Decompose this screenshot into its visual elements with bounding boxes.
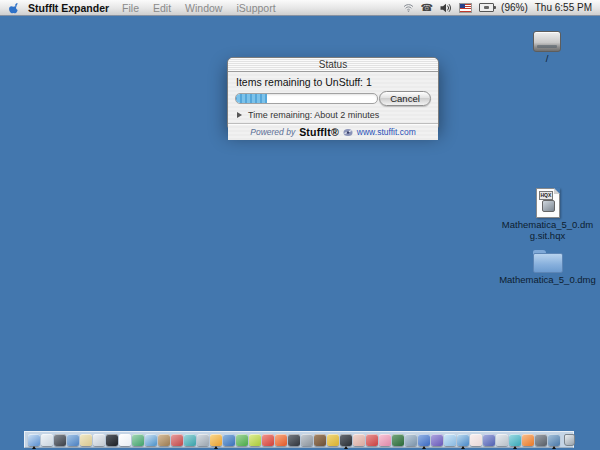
- folder-label[interactable]: Mathematica_5_0.dmg: [499, 275, 596, 286]
- dock-app-icon-26[interactable]: [353, 434, 365, 446]
- dock-app-icon-16[interactable]: [223, 434, 235, 446]
- dock-slot-28: [378, 432, 391, 447]
- dock-app-icon-32[interactable]: [431, 434, 443, 446]
- dock-app-icon-29[interactable]: [392, 434, 404, 446]
- dock-app-icon-6[interactable]: [93, 434, 105, 446]
- stuffit-brand: StuffIt®: [299, 126, 339, 138]
- hqx-archive-label[interactable]: Mathematica_5_0.dmg.sit.hqx: [500, 220, 595, 242]
- dock-slot-10: [144, 432, 157, 447]
- dock-app-icon-7[interactable]: [106, 434, 118, 446]
- dock-slot-5: [79, 432, 92, 447]
- menu-clock[interactable]: Thu 6:55 PM: [535, 2, 592, 13]
- menu-isupport[interactable]: iSupport: [236, 2, 275, 14]
- dock-app-icon-20[interactable]: [275, 434, 287, 446]
- dock-app-icon-17[interactable]: [236, 434, 248, 446]
- dock-app-icon-9[interactable]: [132, 434, 144, 446]
- dock-slot-36: [482, 432, 495, 447]
- dock-slot-27: [365, 432, 378, 447]
- dock-slot-39: [521, 432, 534, 447]
- disclosure-triangle-icon[interactable]: [237, 112, 242, 118]
- dock-app-icon-14[interactable]: [197, 434, 209, 446]
- dock-slot-1: [27, 432, 40, 447]
- hard-disk-label[interactable]: /: [546, 54, 549, 65]
- dock-app-icon-27[interactable]: [366, 434, 378, 446]
- running-app-indicator: [32, 446, 36, 449]
- dock-app-icon-35[interactable]: [470, 434, 482, 446]
- dock-slot-24: [326, 432, 339, 447]
- volume-icon[interactable]: [440, 3, 452, 13]
- dock-app-icon-36[interactable]: [483, 434, 495, 446]
- dock-app-icon-19[interactable]: [262, 434, 274, 446]
- dock-slot-18: [248, 432, 261, 447]
- desktop-icon-hard-disk: /: [532, 31, 562, 65]
- apple-menu-icon[interactable]: [6, 2, 22, 14]
- dock-app-icon-33[interactable]: [444, 434, 456, 446]
- dock-app-icon-11[interactable]: [158, 434, 170, 446]
- dock-app-icons: [27, 432, 560, 447]
- battery-percentage[interactable]: (96%): [501, 2, 528, 13]
- status-window-body: Items remaining to UnStuff: 1 Cancel Tim…: [228, 72, 438, 140]
- progress-row: Cancel: [235, 91, 431, 106]
- dock-slot-40: [534, 432, 547, 447]
- dock-app-icon-8[interactable]: [119, 434, 131, 446]
- dock-app-icon-22[interactable]: [301, 434, 313, 446]
- cancel-button[interactable]: Cancel: [379, 91, 431, 106]
- modem-phone-icon[interactable]: ☎: [421, 3, 433, 13]
- dock-app-icon-10[interactable]: [145, 434, 157, 446]
- dock-app-icon-24[interactable]: [327, 434, 339, 446]
- dock-app-icon-30[interactable]: [405, 434, 417, 446]
- dock-app-icon-18[interactable]: [249, 434, 261, 446]
- dock-slot-20: [274, 432, 287, 447]
- running-app-indicator: [422, 446, 426, 449]
- dock-app-icon-31[interactable]: [418, 434, 430, 446]
- dock-app-icon-21[interactable]: [288, 434, 300, 446]
- progress-fill: [236, 94, 267, 103]
- dock-app-icon-2[interactable]: [41, 434, 53, 446]
- dock-slot-31: [417, 432, 430, 447]
- dock-slot-9: [131, 432, 144, 447]
- dock-slot-8: [118, 432, 131, 447]
- dock-slot-13: [183, 432, 196, 447]
- dock-app-icon-37[interactable]: [496, 434, 508, 446]
- dock-app-icon-38[interactable]: [509, 434, 521, 446]
- dock-slot-32: [430, 432, 443, 447]
- dock-app-icon-23[interactable]: [314, 434, 326, 446]
- dock-slot-12: [170, 432, 183, 447]
- dock-app-icon-41[interactable]: [548, 434, 560, 446]
- window-title-bar[interactable]: Status: [228, 58, 438, 72]
- dock-app-icon-13[interactable]: [184, 434, 196, 446]
- powered-by-footer: Powered by StuffIt® www.stuffit.com: [235, 124, 431, 140]
- hqx-badge: HQX: [539, 191, 554, 200]
- dock: [24, 431, 574, 448]
- dock-slot-21: [287, 432, 300, 447]
- keyboard-flag-icon[interactable]: [459, 3, 472, 13]
- menu-file[interactable]: File: [122, 2, 139, 14]
- dock-app-icon-39[interactable]: [522, 434, 534, 446]
- hqx-archive-icon[interactable]: HQX: [536, 188, 560, 218]
- dock-slot-19: [261, 432, 274, 447]
- folder-icon[interactable]: [533, 250, 563, 273]
- dock-app-icon-25[interactable]: [340, 434, 352, 446]
- menu-edit[interactable]: Edit: [153, 2, 171, 14]
- dock-app-icon-12[interactable]: [171, 434, 183, 446]
- dock-app-icon-4[interactable]: [67, 434, 79, 446]
- dock-app-icon-1[interactable]: [28, 434, 40, 446]
- dock-slot-22: [300, 432, 313, 447]
- dock-slot-7: [105, 432, 118, 447]
- dock-app-icon-40[interactable]: [535, 434, 547, 446]
- dock-app-icon-28[interactable]: [379, 434, 391, 446]
- app-menu-title[interactable]: StuffIt Expander: [28, 2, 109, 14]
- dock-app-icon-5[interactable]: [80, 434, 92, 446]
- menu-extras: ☎ (96%) Thu 6:55 PM: [403, 2, 600, 13]
- airport-icon[interactable]: [403, 3, 414, 12]
- stuffit-logo-icon: [343, 128, 353, 137]
- stuffit-url-link[interactable]: www.stuffit.com: [357, 127, 416, 137]
- menu-window[interactable]: Window: [185, 2, 222, 14]
- time-remaining-label: Time remaining: About 2 minutes: [248, 110, 379, 120]
- hard-disk-icon[interactable]: [533, 31, 561, 52]
- dock-app-icon-34[interactable]: [457, 434, 469, 446]
- battery-icon[interactable]: [479, 3, 494, 12]
- trash-icon[interactable]: [564, 434, 575, 446]
- dock-app-icon-15[interactable]: [210, 434, 222, 446]
- dock-app-icon-3[interactable]: [54, 434, 66, 446]
